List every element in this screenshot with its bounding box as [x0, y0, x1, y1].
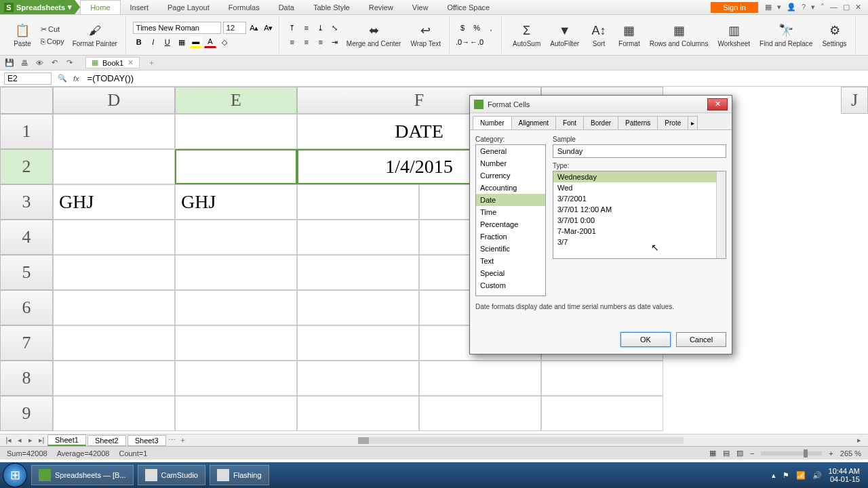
- dialog-title-bar[interactable]: Format Cells ✕: [470, 96, 732, 113]
- cat-text[interactable]: Text: [476, 255, 545, 267]
- fill-color-button[interactable]: ▬: [190, 36, 202, 48]
- save-icon[interactable]: 💾: [4, 58, 15, 68]
- border-button[interactable]: ▦: [176, 36, 188, 48]
- dlgtab-border[interactable]: Border: [583, 116, 618, 129]
- hscroll-right[interactable]: ▸: [854, 436, 864, 445]
- col-header-d[interactable]: D: [53, 87, 175, 114]
- zoom-slider[interactable]: [761, 451, 822, 455]
- format-painter-button[interactable]: 🖌Format Painter: [68, 21, 121, 49]
- merge-center-button[interactable]: ⬌Merge and Center: [342, 21, 406, 49]
- collapse-ribbon-icon[interactable]: ˄: [821, 3, 825, 12]
- user-icon[interactable]: 👤: [787, 3, 796, 12]
- spreadsheet-grid[interactable]: D E F J 1 DATE 2 1/4/2015 3 GHJ GHJ 4 5 …: [0, 87, 868, 434]
- cat-accounting[interactable]: Accounting: [476, 182, 545, 194]
- row-header-1[interactable]: 1: [0, 114, 53, 149]
- tray-flag-icon[interactable]: ⚑: [783, 471, 789, 480]
- ok-button[interactable]: OK: [620, 332, 671, 347]
- type-list[interactable]: Wednesday Wed 3/7/2001 3/7/01 12:00 AM 3…: [553, 171, 726, 259]
- cat-percentage[interactable]: Percentage: [476, 218, 545, 230]
- font-family-select[interactable]: [133, 22, 221, 34]
- sheet-options[interactable]: ⋯: [167, 436, 177, 445]
- sheet-nav-prev[interactable]: ◂: [15, 436, 24, 445]
- tray-network-icon[interactable]: 📶: [796, 471, 806, 480]
- cat-special[interactable]: Special: [476, 267, 545, 279]
- type-mdy[interactable]: 3/7/2001: [553, 193, 726, 204]
- taskbar-camstudio[interactable]: CamStudio: [138, 465, 205, 485]
- tab-office-space[interactable]: Office Space: [437, 0, 499, 14]
- dlgtab-scroll-right[interactable]: ▸: [688, 116, 698, 129]
- redo-icon[interactable]: ↷: [64, 58, 75, 68]
- print-preview-icon[interactable]: 👁: [34, 58, 45, 68]
- tab-data[interactable]: Data: [269, 0, 304, 14]
- increase-font-icon[interactable]: A▴: [248, 22, 260, 34]
- italic-button[interactable]: I: [147, 36, 159, 48]
- tab-formulas[interactable]: Formulas: [219, 0, 269, 14]
- opt1-icon[interactable]: ▾: [777, 3, 781, 12]
- orientation-icon[interactable]: ⤡: [329, 22, 341, 34]
- document-tab[interactable]: ▦ Book1 ✕: [85, 57, 140, 68]
- add-sheet-button[interactable]: ＋: [178, 435, 188, 445]
- dlgtab-number[interactable]: Number: [473, 116, 512, 129]
- zoom-selection-icon[interactable]: 🔍: [57, 73, 68, 84]
- cell-d1[interactable]: [53, 114, 175, 149]
- sheet-nav-next[interactable]: ▸: [26, 436, 35, 445]
- col-header-e[interactable]: E: [175, 87, 297, 114]
- align-right-icon[interactable]: ≡: [315, 36, 327, 48]
- font-size-select[interactable]: [223, 22, 246, 34]
- start-button[interactable]: ⊞: [3, 463, 27, 487]
- tab-page-layout[interactable]: Page Layout: [158, 0, 219, 14]
- cat-scientific[interactable]: Scientific: [476, 243, 545, 255]
- help-icon[interactable]: ?: [802, 3, 806, 12]
- cell-d2[interactable]: [53, 149, 175, 184]
- maximize-icon[interactable]: ▢: [843, 3, 850, 12]
- row-header-5[interactable]: 5: [0, 255, 53, 290]
- tab-insert[interactable]: Insert: [121, 0, 159, 14]
- bold-button[interactable]: B: [133, 36, 145, 48]
- horizontal-scrollbar[interactable]: [189, 437, 853, 444]
- settings-button[interactable]: ⚙Settings: [818, 21, 850, 49]
- cancel-button[interactable]: Cancel: [676, 332, 726, 347]
- minimize-icon[interactable]: —: [830, 3, 837, 12]
- comma-icon[interactable]: ,: [485, 22, 497, 34]
- type-md[interactable]: 3/7: [553, 237, 726, 247]
- row-header-4[interactable]: 4: [0, 220, 53, 255]
- type-wed[interactable]: Wed: [553, 182, 726, 193]
- sheet-tab-2[interactable]: Sheet2: [87, 435, 126, 446]
- align-bottom-icon[interactable]: ⤓: [315, 22, 327, 34]
- view-normal-icon[interactable]: ▦: [709, 449, 716, 458]
- cat-time[interactable]: Time: [476, 206, 545, 218]
- view-break-icon[interactable]: ▨: [736, 449, 743, 458]
- type-wednesday[interactable]: Wednesday: [553, 171, 726, 182]
- type-mdy-24h[interactable]: 3/7/01 0:00: [553, 215, 726, 226]
- cat-date[interactable]: Date: [476, 194, 545, 206]
- tab-review[interactable]: Review: [359, 0, 403, 14]
- chevron-down-icon[interactable]: ▾: [811, 3, 815, 12]
- type-dmony[interactable]: 7-Mar-2001: [553, 226, 726, 237]
- indent-icon[interactable]: ⇥: [329, 36, 341, 48]
- cat-currency[interactable]: Currency: [476, 169, 545, 182]
- decrease-decimal-icon[interactable]: ←.0: [471, 36, 483, 48]
- copy-button[interactable]: ⎘Copy: [38, 36, 67, 47]
- cat-general[interactable]: General: [476, 145, 545, 157]
- taskbar-spreadsheets[interactable]: Spreadsheets — [B...: [31, 465, 134, 485]
- tray-volume-icon[interactable]: 🔊: [812, 471, 822, 480]
- find-replace-button[interactable]: 🔭Find and Replace: [755, 21, 816, 49]
- dialog-close-button[interactable]: ✕: [707, 98, 728, 110]
- dlgtab-font[interactable]: Font: [555, 116, 584, 129]
- app-menu-button[interactable]: S Spreadsheets ▾: [0, 0, 80, 14]
- print-icon[interactable]: 🖶: [19, 58, 30, 68]
- tray-up-icon[interactable]: ▴: [772, 471, 776, 480]
- row-header-7[interactable]: 7: [0, 325, 53, 361]
- row-header-2[interactable]: 2: [0, 149, 53, 184]
- formula-input[interactable]: =(TODAY()): [85, 73, 864, 84]
- category-list[interactable]: General Number Currency Accounting Date …: [475, 144, 546, 296]
- cell-d3[interactable]: GHJ: [53, 184, 175, 220]
- clear-format-button[interactable]: ◇: [218, 36, 231, 48]
- cell-f3a[interactable]: [297, 184, 419, 220]
- dlgtab-alignment[interactable]: Alignment: [511, 116, 556, 129]
- sign-in-button[interactable]: Sign in: [711, 2, 758, 13]
- rows-columns-button[interactable]: ▦Rows and Columns: [646, 21, 713, 49]
- align-center-icon[interactable]: ≡: [300, 36, 313, 48]
- increase-decimal-icon[interactable]: .0→: [456, 36, 469, 48]
- select-all-corner[interactable]: [0, 87, 53, 114]
